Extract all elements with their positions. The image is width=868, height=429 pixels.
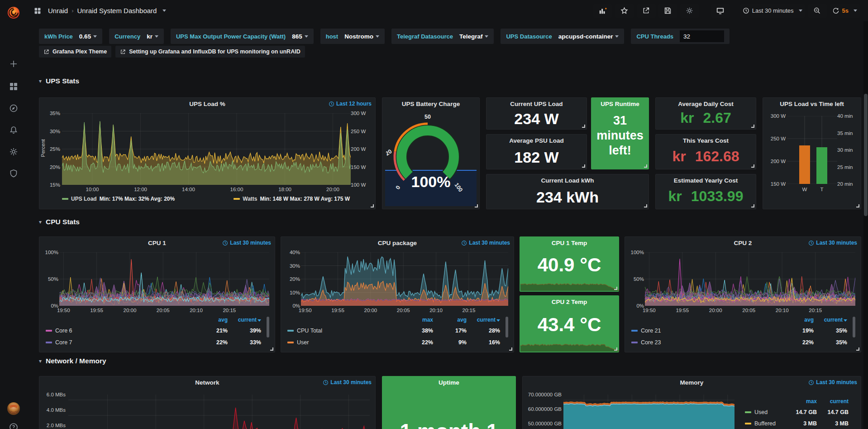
panel-time-range[interactable]: Last 30 minutes	[808, 379, 857, 386]
legend-series-core-7[interactable]: Core 7	[46, 339, 72, 346]
legend-series-name[interactable]: Watts	[243, 196, 257, 202]
legend-column-max[interactable]: max	[422, 317, 433, 323]
dashboard-grid-icon[interactable]	[31, 4, 44, 18]
configuration-gear-icon[interactable]	[7, 145, 20, 159]
legend-column-current[interactable]: current	[238, 317, 261, 323]
legend-series-used[interactable]: Used	[745, 409, 768, 415]
section-cpu-stats[interactable]: ▾CPU Stats	[39, 218, 80, 226]
variable-value-dropdown[interactable]: Telegraf	[459, 33, 489, 40]
page-scrollbar[interactable]	[863, 21, 868, 429]
section-network-memory[interactable]: ▾Network / Memory	[39, 357, 106, 365]
resize-handle[interactable]	[371, 204, 374, 207]
legend-series-user[interactable]: User	[287, 339, 309, 346]
resize-handle[interactable]	[614, 287, 617, 290]
settings-gear-button[interactable]	[680, 4, 699, 18]
bar-t	[816, 147, 827, 184]
resize-handle[interactable]	[509, 347, 512, 351]
y-tick: 30 min	[837, 147, 853, 153]
dashboards-icon[interactable]	[7, 80, 20, 93]
explore-compass-icon[interactable]	[7, 101, 20, 115]
legend-scrollbar-thumb[interactable]	[267, 317, 269, 337]
resize-handle[interactable]	[751, 204, 754, 207]
save-button[interactable]	[658, 4, 677, 18]
dashboard-link-setting-up-grafana-and-influxdb-for-ups-monitoring-on-unraid[interactable]: Setting up Grafana and InfluxDB for UPS …	[115, 46, 305, 58]
legend-series-buffered[interactable]: Buffered	[745, 420, 776, 427]
legend-series-core-23[interactable]: Core 23	[631, 339, 661, 346]
legend-scrollbar-thumb[interactable]	[853, 317, 855, 337]
variable-value-dropdown[interactable]: Nostromo	[344, 33, 379, 40]
legend-column-max[interactable]: max	[806, 398, 817, 405]
share-button[interactable]	[637, 4, 656, 18]
variable-value-dropdown[interactable]: 0.65	[79, 33, 97, 40]
time-range-picker[interactable]: Last 30 minutes	[740, 4, 805, 18]
title-caret-icon[interactable]	[162, 10, 166, 12]
resize-handle[interactable]	[856, 204, 859, 207]
x-tick: 20:00	[326, 187, 339, 192]
resize-handle[interactable]	[751, 164, 754, 168]
legend-value: 38%	[422, 328, 433, 334]
chart-legend: UPS LoadMin: 17% Max: 32% Avg: 20%WattsM…	[62, 196, 350, 202]
user-avatar[interactable]	[6, 401, 21, 416]
scrollbar-thumb[interactable]	[864, 94, 868, 216]
add-panel-button[interactable]	[593, 4, 612, 18]
stat-value: 234 W	[486, 110, 587, 128]
panel-time-range[interactable]: Last 30 minutes	[461, 240, 510, 246]
star-button[interactable]	[615, 4, 634, 18]
legend-column-current[interactable]: current	[477, 317, 500, 323]
resize-handle[interactable]	[856, 347, 859, 351]
resize-handle[interactable]	[270, 347, 273, 351]
legend-column-avg[interactable]: avg	[804, 317, 814, 323]
legend-column-avg[interactable]: avg	[457, 317, 467, 323]
resize-handle[interactable]	[644, 164, 647, 168]
legend-series-core-6[interactable]: Core 6	[46, 328, 72, 334]
legend-series-name[interactable]: UPS Load	[71, 196, 97, 202]
help-icon[interactable]	[7, 420, 20, 429]
top-navbar: Unraid › Unraid System Dashboard Last 30…	[27, 0, 868, 21]
legend-series-cpu-total[interactable]: CPU Total	[287, 328, 322, 334]
variable-value-dropdown[interactable]: kr	[147, 33, 158, 40]
panel-time-range[interactable]: Last 30 minutes	[222, 240, 271, 246]
legend-column-current[interactable]: current	[830, 398, 849, 405]
legend-value: 33%	[250, 339, 261, 346]
legend-scrollbar-thumb[interactable]	[506, 317, 508, 337]
add-icon[interactable]	[7, 57, 20, 71]
sort-caret-icon	[844, 319, 847, 322]
x-tick: W	[802, 187, 807, 192]
panel-time-range[interactable]: Last 30 minutes	[323, 379, 372, 386]
stat-value: 234 kWh	[486, 188, 649, 206]
variable-input-cpu-threads[interactable]	[680, 30, 724, 42]
panel-time-range[interactable]: Last 30 minutes	[808, 240, 857, 246]
breadcrumb-title[interactable]: Unraid System Dashboard	[77, 7, 157, 14]
legend-column-avg[interactable]: avg	[218, 317, 228, 323]
resize-handle[interactable]	[751, 125, 754, 128]
panel-time-range[interactable]: Last 12 hours	[329, 101, 372, 107]
variable-host: hostNostromo	[320, 29, 385, 44]
variable-value-dropdown[interactable]: apcupsd-container	[558, 33, 619, 40]
cycle-view-monitor-button[interactable]	[711, 4, 730, 18]
refresh-button[interactable]: 5s	[830, 4, 860, 18]
breadcrumb-folder[interactable]: Unraid	[48, 7, 68, 14]
alerting-bell-icon[interactable]	[7, 123, 20, 137]
legend-series-core-21[interactable]: Core 21	[631, 328, 661, 334]
dashboard-link-grafana-plex-theme[interactable]: Grafana Plex Theme	[39, 46, 111, 58]
zoom-out-button[interactable]	[808, 4, 827, 18]
panel-ups-battery-charge: UPS Battery Charge 02050100 100%	[382, 97, 480, 209]
grafana-logo-icon[interactable]	[5, 4, 22, 21]
panel-ups-load: UPS Load % Last 12 hours Percent 35%30%2…	[39, 97, 376, 209]
resize-handle[interactable]	[614, 347, 617, 351]
x-tick: 16:00	[230, 187, 243, 192]
server-admin-shield-icon[interactable]	[7, 167, 20, 180]
resize-handle[interactable]	[582, 125, 585, 128]
legend-swatch	[631, 342, 638, 343]
resize-handle[interactable]	[644, 204, 647, 207]
resize-handle[interactable]	[582, 164, 585, 168]
section-ups-stats[interactable]: ▾UPS Stats	[39, 77, 79, 85]
stat-value: kr1033.99	[656, 188, 756, 205]
panel-ups-runtime: UPS Runtime 31 minutes left!	[591, 97, 649, 169]
variable-value-dropdown[interactable]: 865	[292, 33, 308, 40]
panel-network: Network Last 30 minutes 6.0 MBs4.0 MBs2.…	[39, 376, 376, 429]
x-axis: 10:0012:0014:0016:0018:0020:00	[62, 187, 351, 193]
resize-handle[interactable]	[475, 204, 478, 207]
legend-column-current[interactable]: current	[824, 317, 847, 323]
time-range-caret-icon	[799, 10, 802, 12]
